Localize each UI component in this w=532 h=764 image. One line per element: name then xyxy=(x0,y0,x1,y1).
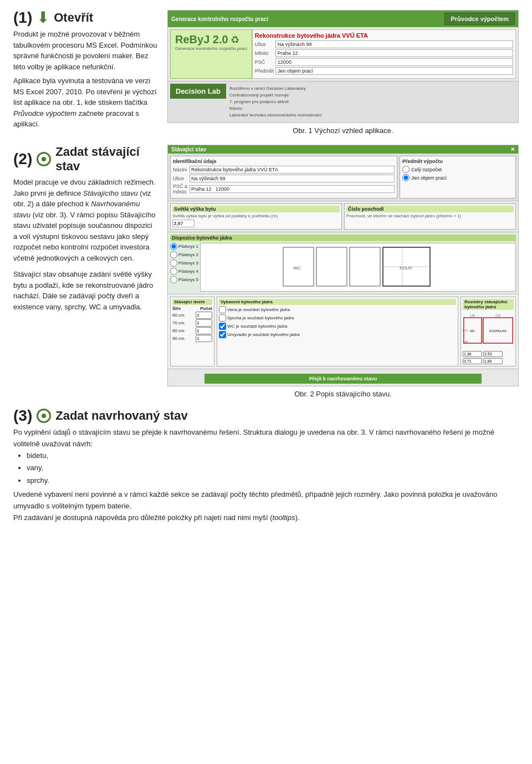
mock2-dim-input-1[interactable] xyxy=(463,351,482,357)
section-3-number: (3) xyxy=(13,408,32,424)
mock2-label-psc: PSČ a město xyxy=(173,184,188,195)
mock2-svetla-panel: Světlá výška bytu Světlá výška bytu je v… xyxy=(170,203,342,230)
dvere-size-90: 90 cm xyxy=(172,336,185,341)
decision-lab-label: Decision Lab xyxy=(170,84,226,99)
mock2-floor-radio-3[interactable]: Půdorys 3 xyxy=(170,259,198,267)
decision-lab-info: Rozšířeno v rámci Decision Laboratory Ce… xyxy=(226,84,516,120)
mock2-poscho-panel: Číslo poschodí Poschodí, ve kterém se na… xyxy=(344,203,516,230)
dvere-count-80[interactable] xyxy=(196,327,212,334)
mock2-bottom: Stávající dveře Šíře Počet 60 cm 70 cm xyxy=(168,294,518,369)
mock2-dim-input-2[interactable] xyxy=(483,351,503,357)
section-1-number: (1) xyxy=(13,10,32,26)
section-1-para-1: Produkt je možné provozovat v běžném tab… xyxy=(13,29,157,72)
mock2-header: Identifikační údaje Název Rekonstrukce b… xyxy=(168,154,518,201)
svg-text:0,71: 0,71 xyxy=(463,329,468,332)
section-3-list: bidetu, vany, sprchy. xyxy=(27,450,519,487)
mock2-disposice-section: Dispozice bytového jádra Půdorys 1 Půdor… xyxy=(168,232,518,294)
mock2-floors-row: Půdorys 1 Půdorys 2 Půdorys 3 Půdorys 4 … xyxy=(170,243,516,292)
app-form-title: Rekonstrukce bytového jádra VVÚ ETA xyxy=(255,32,513,39)
section-1: (1) ⬇ Otevřít Produkt je možné provozova… xyxy=(13,10,519,135)
field-value-ulice: Na výšinách 99 xyxy=(275,40,513,48)
mock2-cb-sprcha[interactable]: Sprcha je součástí bytového jádra xyxy=(219,314,456,322)
field-label-ulice: Ulice xyxy=(255,42,274,47)
mock2-dim-input-3[interactable] xyxy=(463,358,482,364)
mock2-dvere-row-90: 90 cm xyxy=(172,335,212,342)
section-2-right: Stávající stav ✕ Identifikační údaje Náz… xyxy=(167,145,519,398)
mock2-dvere-row-70: 70 cm xyxy=(172,319,212,327)
svg-text:1,36: 1,36 xyxy=(470,314,475,317)
mock2-cb-vana-label: Vana je součástí bytového jádra xyxy=(227,307,290,312)
field-label-predmet: Předmět xyxy=(255,68,274,74)
field-value-predmet: Jen objem prací xyxy=(275,67,513,75)
mock2-dvere-header: Šíře Počet xyxy=(172,306,212,311)
mock2-cb-vana[interactable]: Vana je součástí bytového jádra xyxy=(219,306,456,313)
app-logo-title: ReByJ 2.0 xyxy=(175,33,228,46)
mock2-row-ulice: Ulice Na výšinách 99 xyxy=(173,175,395,182)
dvere-col-sire: Šíře xyxy=(172,306,181,311)
field-label-mesto: Město xyxy=(255,50,274,56)
section-3-para-1: Po vyplnění údajů o stávajícím stavu se … xyxy=(13,427,519,450)
section-3-para-2: Uvedené vybavení není povinné a v rámci … xyxy=(13,489,519,512)
dvere-size-60: 60 cm xyxy=(172,313,185,318)
mock2-dvere-title: Stávající dveře xyxy=(172,299,212,305)
section-3-para-3: Při zadávání je dostupná nápověda pro dů… xyxy=(13,512,519,524)
section-3-list-bidet: bidetu, xyxy=(27,450,519,462)
mock2-vybaveni-panel: Vybavení bytového jádra Vana je součástí… xyxy=(217,297,458,366)
field-value-psc: 12000 xyxy=(275,58,513,66)
dvere-count-70[interactable] xyxy=(196,319,212,327)
section-1-text: Produkt je možné provozovat v běžném tab… xyxy=(13,29,157,130)
mock2-svetla-note: Světlá výška bytu je výška od podlahy k … xyxy=(172,213,340,218)
mock2-floor-radios: Půdorys 1 Půdorys 2 Půdorys 3 Půdorys 4 … xyxy=(170,243,198,283)
recycle-icon: ♻ xyxy=(231,34,239,46)
mock2-id-title: Identifikační údaje xyxy=(173,159,395,164)
mock2-radio-cely[interactable]: Celý rozpočet xyxy=(402,166,513,173)
dvere-count-60[interactable] xyxy=(196,312,212,319)
mock2-title-label: Stávající stav xyxy=(171,146,206,152)
mock2-floor-radio-2[interactable]: Půdorys 2 xyxy=(170,251,198,258)
mock2-radio-jen-input[interactable] xyxy=(402,174,410,181)
section-2-heading: (2) Zadat stávající stav xyxy=(13,145,157,174)
mock2-radio-cely-input[interactable] xyxy=(402,166,410,173)
floor-plan-svg: WC KOUP. xyxy=(202,245,514,289)
mock2-input-ulice[interactable]: Na výšinách 99 xyxy=(190,175,395,182)
section-3-heading: (3) Zadat navrhovaný stav xyxy=(13,408,519,424)
mock2-input-psc[interactable]: Praha 12 12000 xyxy=(190,185,395,193)
mock2-cb-umyvadlo[interactable]: Umyvadlo je součástí bytového jádra xyxy=(219,331,456,338)
mock2-svetla-row: Světlá výška bytu Světlá výška bytu je v… xyxy=(168,201,518,232)
wizard-button[interactable]: Průvodce výpočtem xyxy=(444,13,515,25)
svg-text:WC: WC xyxy=(470,329,475,333)
mock2-dim-input-4[interactable] xyxy=(483,358,503,364)
mock2-dim-row-2 xyxy=(463,358,514,364)
app-logo-sub: Generace kontrolního rozpočtu prací xyxy=(175,46,247,51)
svg-rect-1 xyxy=(316,247,347,286)
svg-text:KOUPELNA: KOUPELNA xyxy=(489,329,507,333)
mock2-cb-sprcha-label: Sprcha je součástí bytového jádra xyxy=(227,315,294,320)
mock2-dvere-panel: Stávající dveře Šíře Počet 60 cm 70 cm xyxy=(170,297,214,366)
section-2-left: (2) Zadat stávající stav Model pracuje v… xyxy=(13,145,157,398)
goto-navrhovanemu-button[interactable]: Přejít k navrhovanému stavu xyxy=(204,374,481,384)
mock2-close-btn[interactable]: ✕ xyxy=(510,146,515,152)
section-3-title: Zadat navrhovaný stav xyxy=(55,409,187,423)
app-screenshot-1: Generace kontrolního rozpočtu prací Prův… xyxy=(167,10,519,123)
section-1-title: Otevřít xyxy=(54,11,93,25)
section-3-list-sprchy: sprchy. xyxy=(27,475,519,487)
target-icon-3 xyxy=(37,409,51,423)
mock2-label-nazev: Název xyxy=(173,167,188,172)
dvere-count-90[interactable] xyxy=(196,335,212,342)
mock2-cb-wc[interactable]: WC je součástí bytového jádra xyxy=(219,323,456,330)
mock2-floor-radio-5[interactable]: Půdorys 5 xyxy=(170,276,198,283)
mock2-radio-jen-label: Jen objem prací xyxy=(411,175,447,181)
mock2-svetla-title: Světlá výška bytu xyxy=(172,206,340,212)
rozmery-svg: WC KOUPELNA 1,36 2,53 0,71 1,80 xyxy=(463,311,514,350)
fig-caption-2: Obr. 2 Popis stávajícího stavu. xyxy=(167,390,519,398)
mock2-input-nazev[interactable]: Rekonstrukce bytového jádra VVÚ ETA xyxy=(190,166,395,174)
mock2-floor-radio-4[interactable]: Půdorys 4 xyxy=(170,268,198,275)
mock2-floor-radio-1[interactable]: Půdorys 1 xyxy=(170,243,198,250)
mock2-radio-jen[interactable]: Jen objem prací xyxy=(402,174,513,181)
mock2-titlebar: Stávající stav ✕ xyxy=(168,145,518,154)
section-2: (2) Zadat stávající stav Model pracuje v… xyxy=(13,145,519,398)
mock2-svetla-input[interactable] xyxy=(172,220,195,227)
mock2-poscho-note: Poschodí, ve kterém se nachází bytové já… xyxy=(346,213,514,218)
section-1-left: (1) ⬇ Otevřít Produkt je možné provozova… xyxy=(13,10,157,135)
section-2-number: (2) xyxy=(13,151,32,167)
